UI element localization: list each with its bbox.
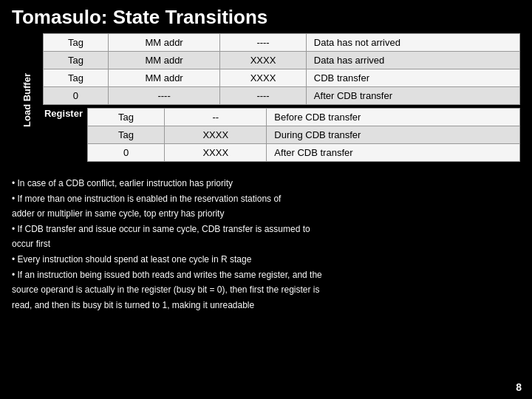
table-row: Tag MM addr XXXX Data has arrived [44,52,520,69]
lb-row1-col4: Data has not arrived [306,34,519,52]
state-transitions-table: Tag MM addr ---- Data has not arrived Ta… [43,33,520,105]
lb-row2-col4: Data has arrived [306,52,519,69]
note-2b: adder or multiplier in same cycle, top e… [12,207,520,221]
lb-row4-col2: ---- [108,87,219,105]
lb-row2-col1: Tag [44,52,109,69]
table-row: 0 ---- ---- After CDB transfer [44,87,520,105]
lb-row4-col4: After CDB transfer [306,87,519,105]
register-table: Tag -- Before CDB transfer Tag XXXX Duri… [87,108,520,162]
reg-row2-col3: During CDB transfer [267,126,520,144]
load-buffer-label: Load Buffer [21,73,33,127]
lb-row4-col3: ---- [220,87,307,105]
page-title: Tomasulo: State Transitions [12,6,520,29]
lb-row2-col2: MM addr [108,52,219,69]
note-5: • If an instruction being issued both re… [12,268,520,282]
page-number: 8 [516,381,522,393]
reg-row3-col2: XXXX [165,144,267,162]
reg-row3-col1: 0 [88,144,165,162]
lb-row1-col1: Tag [44,34,109,52]
table-row: Tag XXXX During CDB transfer [88,126,520,144]
lb-row1-col3: ---- [220,34,307,52]
table-row: Tag MM addr ---- Data has not arrived [44,34,520,52]
reg-row1-col3: Before CDB transfer [267,109,520,126]
lb-row1-col2: MM addr [108,34,219,52]
note-5b: source operand is actually in the regist… [12,283,520,297]
reg-row2-col1: Tag [88,126,165,144]
reg-row3-col3: After CDB transfer [267,144,520,162]
reg-row1-col2: -- [165,109,267,126]
lb-row3-col3: XXXX [220,69,307,87]
notes-section: • In case of a CDB conflict, earlier ins… [12,174,520,313]
table-row: 0 XXXX After CDB transfer [88,144,520,162]
table-row: Tag -- Before CDB transfer [88,109,520,126]
note-3: • If CDB transfer and issue occur in sam… [12,222,520,236]
note-2: • If more than one instruction is enable… [12,192,520,206]
lb-row3-col4: CDB transfer [306,69,519,87]
reg-row1-col1: Tag [88,109,165,126]
table-row: Tag MM addr XXXX CDB transfer [44,69,520,87]
note-5c: read, and then its busy bit is turned to… [12,299,520,313]
note-4: • Every instruction should spend at leas… [12,253,520,267]
lb-row4-col1: 0 [44,87,109,105]
lb-row2-col3: XXXX [220,52,307,69]
lb-row3-col2: MM addr [108,69,219,87]
note-1: • In case of a CDB conflict, earlier ins… [12,177,520,191]
register-label: Register [43,108,87,119]
note-3b: occur first [12,237,520,251]
reg-row2-col2: XXXX [165,126,267,144]
lb-row3-col1: Tag [44,69,109,87]
